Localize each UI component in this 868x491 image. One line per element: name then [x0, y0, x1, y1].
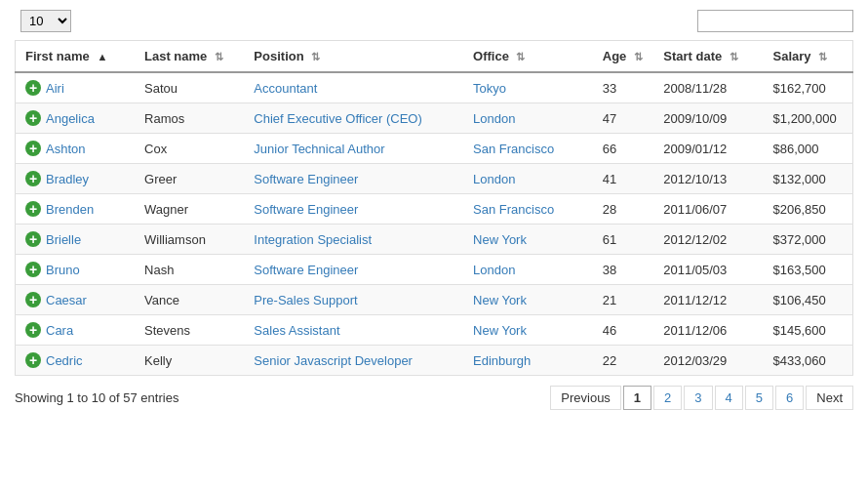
col-header-position[interactable]: Position ⇅ [244, 41, 463, 73]
cell-salary: $433,060 [764, 346, 853, 376]
firstname-link[interactable]: Bradley [46, 172, 89, 186]
cell-position: Pre-Sales Support [244, 285, 463, 315]
col-label-office: Office [473, 49, 509, 63]
office-link[interactable]: London [473, 111, 515, 126]
cell-office: New York [463, 285, 593, 315]
position-link[interactable]: Pre-Sales Support [254, 293, 357, 307]
cell-salary: $372,000 [764, 225, 853, 255]
cell-position: Chief Executive Officer (CEO) [244, 103, 463, 134]
office-link[interactable]: New York [473, 232, 527, 247]
entries-select[interactable]: 10 25 50 100 [20, 10, 71, 32]
firstname-link[interactable]: Caesar [46, 293, 87, 307]
col-label-startdate: Start date [663, 49, 722, 63]
office-link[interactable]: San Francisco [473, 142, 554, 156]
col-header-lastname[interactable]: Last name ⇅ [135, 41, 244, 73]
firstname-link[interactable]: Brenden [46, 202, 94, 217]
cell-office: San Francisco [463, 194, 593, 225]
cell-startdate: 2011/05/03 [653, 255, 763, 285]
bottom-controls: Showing 1 to 10 of 57 entries Previous 1… [15, 386, 853, 410]
cell-startdate: 2012/10/13 [653, 164, 763, 194]
firstname-link[interactable]: Cedric [46, 353, 83, 368]
position-link[interactable]: Accountant [254, 81, 317, 96]
table-header-row: First name ▲ Last name ⇅ Position ⇅ Offi… [16, 41, 853, 73]
show-entries-control: 10 25 50 100 [15, 10, 77, 32]
col-header-startdate[interactable]: Start date ⇅ [653, 41, 763, 73]
row-expand-button[interactable]: + [25, 322, 41, 338]
office-link[interactable]: San Francisco [473, 202, 554, 217]
row-expand-button[interactable]: + [25, 201, 41, 217]
cell-salary: $145,600 [764, 315, 853, 346]
office-link[interactable]: Edinburgh [473, 353, 531, 368]
page-button-5[interactable]: 5 [745, 386, 773, 410]
office-link[interactable]: Tokyo [473, 81, 506, 96]
col-header-age[interactable]: Age ⇅ [593, 41, 653, 73]
cell-firstname: +Ashton [16, 134, 136, 164]
firstname-link[interactable]: Cara [46, 323, 73, 338]
cell-position: Junior Technical Author [244, 134, 463, 164]
office-link[interactable]: London [473, 172, 515, 186]
cell-lastname: Stevens [135, 315, 244, 346]
row-expand-button[interactable]: + [25, 110, 41, 126]
col-header-office[interactable]: Office ⇅ [463, 41, 593, 73]
next-button[interactable]: Next [806, 386, 853, 410]
col-header-salary[interactable]: Salary ⇅ [764, 41, 853, 73]
page-button-6[interactable]: 6 [775, 386, 804, 410]
cell-startdate: 2011/06/07 [653, 194, 763, 225]
firstname-link[interactable]: Bruno [46, 263, 80, 277]
table-row: +AshtonCoxJunior Technical AuthorSan Fra… [16, 134, 853, 164]
cell-position: Software Engineer [244, 164, 463, 194]
position-link[interactable]: Software Engineer [254, 172, 358, 186]
cell-position: Senior Javascript Developer [244, 346, 463, 376]
position-link[interactable]: Integration Specialist [254, 232, 372, 247]
office-link[interactable]: New York [473, 323, 527, 338]
firstname-link[interactable]: Airi [46, 81, 64, 96]
cell-age: 47 [593, 103, 653, 134]
cell-office: Edinburgh [463, 346, 593, 376]
cell-firstname: +Bruno [16, 255, 136, 285]
table-row: +BrunoNashSoftware EngineerLondon382011/… [16, 255, 853, 285]
col-header-firstname[interactable]: First name ▲ [16, 41, 136, 73]
cell-age: 28 [593, 194, 653, 225]
cell-office: Tokyo [463, 72, 593, 103]
position-link[interactable]: Junior Technical Author [254, 142, 384, 156]
previous-button[interactable]: Previous [550, 386, 621, 410]
cell-position: Software Engineer [244, 194, 463, 225]
office-link[interactable]: New York [473, 293, 527, 307]
row-expand-button[interactable]: + [25, 171, 41, 186]
sort-icon-office: ⇅ [516, 51, 525, 63]
cell-office: London [463, 255, 593, 285]
page-button-3[interactable]: 3 [684, 386, 712, 410]
sort-icon-startdate: ⇅ [730, 51, 738, 63]
row-expand-button[interactable]: + [25, 262, 41, 277]
cell-startdate: 2009/01/12 [653, 134, 763, 164]
cell-salary: $163,500 [764, 255, 853, 285]
cell-lastname: Cox [135, 134, 244, 164]
position-link[interactable]: Software Engineer [254, 202, 358, 217]
firstname-link[interactable]: Brielle [46, 232, 81, 247]
page-button-1[interactable]: 1 [623, 386, 651, 410]
row-expand-button[interactable]: + [25, 292, 41, 307]
sort-icon-lastname: ⇅ [215, 51, 223, 63]
firstname-link[interactable]: Ashton [46, 142, 85, 156]
cell-lastname: Satou [135, 72, 244, 103]
row-expand-button[interactable]: + [25, 231, 41, 247]
table-row: +CedricKellySenior Javascript DeveloperE… [16, 346, 853, 376]
page-button-4[interactable]: 4 [715, 386, 743, 410]
position-link[interactable]: Software Engineer [254, 263, 358, 277]
col-label-age: Age [603, 49, 627, 63]
row-expand-button[interactable]: + [25, 352, 41, 368]
cell-firstname: +Brielle [16, 225, 136, 255]
cell-firstname: +Cedric [16, 346, 136, 376]
search-input[interactable] [697, 10, 853, 32]
row-expand-button[interactable]: + [25, 141, 41, 156]
data-table: First name ▲ Last name ⇅ Position ⇅ Offi… [15, 40, 853, 376]
position-link[interactable]: Chief Executive Officer (CEO) [254, 111, 421, 126]
row-expand-button[interactable]: + [25, 80, 41, 96]
cell-office: New York [463, 315, 593, 346]
cell-lastname: Greer [135, 164, 244, 194]
position-link[interactable]: Senior Javascript Developer [254, 353, 413, 368]
firstname-link[interactable]: Angelica [46, 111, 95, 126]
office-link[interactable]: London [473, 263, 515, 277]
position-link[interactable]: Sales Assistant [254, 323, 339, 338]
page-button-2[interactable]: 2 [653, 386, 682, 410]
